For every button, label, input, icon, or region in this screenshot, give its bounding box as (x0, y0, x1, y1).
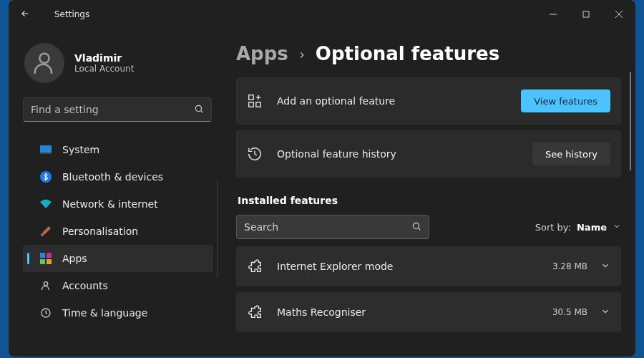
sidebar-separator (217, 179, 218, 278)
sidebar-item-time-language[interactable]: Time & language (23, 299, 213, 326)
feature-size: 30.5 MB (552, 307, 587, 317)
svg-point-10 (41, 233, 44, 236)
sort-value: Name (577, 222, 607, 233)
sidebar-item-label: Network & internet (62, 198, 158, 210)
page-title: Optional features (316, 43, 499, 64)
search-icon (194, 103, 204, 117)
scrollbar[interactable] (630, 72, 631, 170)
titlebar: Settings (9, 0, 635, 29)
feature-size: 3.28 MB (552, 261, 587, 271)
puzzle-icon (247, 258, 263, 274)
installed-search-input[interactable] (244, 221, 411, 233)
settings-window: Settings Vladimir (9, 0, 635, 357)
add-feature-label: Add an optional feature (277, 95, 521, 107)
installed-list: Internet Explorer mode 3.28 MB Maths Rec… (236, 246, 621, 332)
feature-name: Maths Recogniser (277, 306, 552, 318)
svg-point-22 (413, 223, 419, 228)
find-setting-input[interactable] (31, 104, 194, 115)
sidebar-item-network[interactable]: Network & internet (23, 190, 213, 218)
sidebar-item-apps[interactable]: Apps (23, 245, 213, 272)
sidebar-item-label: Bluetooth & devices (62, 171, 163, 183)
breadcrumb-parent[interactable]: Apps (236, 43, 288, 64)
apps-icon (39, 252, 52, 265)
sidebar-item-system[interactable]: System (23, 136, 213, 163)
svg-line-6 (201, 110, 203, 112)
svg-rect-8 (40, 153, 52, 154)
svg-rect-11 (40, 253, 45, 258)
clock-globe-icon (39, 306, 52, 319)
svg-point-15 (44, 282, 47, 286)
sort-control[interactable]: Sort by: Name (535, 222, 621, 233)
svg-rect-18 (249, 102, 253, 107)
wifi-icon (39, 198, 52, 211)
chevron-right-icon (297, 49, 307, 63)
sidebar-item-label: Time & language (62, 307, 147, 319)
svg-line-23 (419, 228, 421, 230)
user-name: Vladimir (74, 52, 134, 64)
profile[interactable]: Vladimir Local Account (24, 43, 213, 83)
filter-row: Sort by: Name (236, 215, 621, 239)
nav: System Bluetooth & devices Network & int… (23, 136, 213, 337)
puzzle-icon (247, 304, 263, 320)
view-features-button[interactable]: View features (521, 90, 610, 112)
svg-rect-7 (40, 145, 52, 153)
feature-row[interactable]: Internet Explorer mode 3.28 MB (236, 246, 621, 286)
svg-point-5 (195, 105, 201, 111)
sidebar-item-label: Personalisation (62, 226, 138, 237)
installed-search[interactable] (236, 215, 429, 239)
app-title: Settings (54, 9, 89, 19)
sidebar-item-label: Apps (62, 253, 87, 264)
svg-point-4 (39, 54, 49, 63)
avatar (24, 43, 64, 83)
svg-rect-12 (47, 253, 52, 258)
svg-rect-13 (40, 259, 45, 264)
sidebar: Vladimir Local Account System (9, 29, 223, 357)
minimize-button[interactable] (537, 0, 570, 29)
history-icon (247, 146, 263, 162)
brush-icon (39, 225, 52, 238)
sidebar-item-label: System (62, 144, 99, 155)
installed-heading: Installed features (238, 195, 621, 206)
grid-plus-icon (247, 93, 263, 109)
back-button[interactable] (20, 8, 37, 21)
feature-name: Internet Explorer mode (277, 261, 552, 272)
breadcrumb: Apps Optional features (236, 43, 621, 64)
chevron-down-icon (613, 222, 621, 233)
history-card: Optional feature history See history (236, 130, 621, 178)
feature-row[interactable]: Maths Recogniser 30.5 MB (236, 292, 621, 332)
add-feature-card: Add an optional feature View features (236, 77, 621, 125)
sidebar-item-bluetooth[interactable]: Bluetooth & devices (23, 163, 213, 190)
close-button[interactable] (602, 0, 635, 29)
history-label: Optional feature history (277, 148, 532, 160)
person-icon (39, 279, 52, 292)
main: Apps Optional features Add an optional f… (223, 29, 635, 357)
svg-rect-19 (256, 102, 260, 107)
window-controls (537, 0, 635, 29)
maximize-button[interactable] (570, 0, 602, 29)
monitor-icon (39, 143, 52, 156)
sidebar-item-personalisation[interactable]: Personalisation (23, 218, 213, 245)
svg-rect-1 (583, 11, 589, 17)
sidebar-item-accounts[interactable]: Accounts (23, 272, 213, 299)
chevron-down-icon (600, 306, 610, 319)
sidebar-item-label: Accounts (62, 280, 108, 291)
chevron-down-icon (600, 260, 610, 274)
content: Vladimir Local Account System (9, 29, 635, 357)
svg-rect-17 (249, 95, 253, 100)
see-history-button[interactable]: See history (532, 142, 610, 165)
find-setting-search[interactable] (23, 97, 212, 122)
bluetooth-icon (39, 170, 52, 183)
svg-rect-14 (47, 259, 52, 264)
user-account-type: Local Account (74, 64, 134, 74)
search-icon (411, 221, 421, 234)
sort-label: Sort by: (535, 222, 571, 233)
